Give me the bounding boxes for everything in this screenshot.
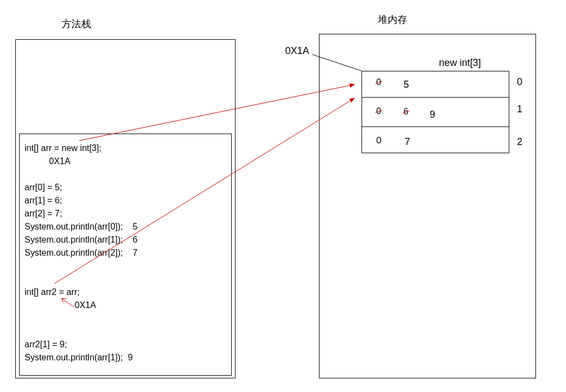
code-line-addr2: 0X1A [25,299,137,312]
heap-cell-2 [362,127,509,153]
code-line-arr2decl: int[] arr2 = arr; [25,286,137,299]
code-line-a2: arr[2] = 7; [25,207,137,220]
cell2-val: 7 [405,136,410,148]
array-decl-label: new int[3] [439,57,481,69]
code-line-a1: arr[1] = 6; [25,194,137,207]
stack-title: 方法栈 [62,17,91,31]
code-line-p3: System.out.println(arr[1]); 9 [25,351,137,364]
code-line-addr1: 0X1A [25,155,137,168]
cell0-index: 0 [517,76,522,88]
code-line-p1: System.out.println(arr[1]); 6 [25,233,137,246]
heap-title: 堆内存 [378,13,407,26]
heap-cell-0 [362,71,509,98]
cell2-old: 0 [376,135,381,146]
cell1-val: 9 [430,109,435,120]
cell1-old: 0 [376,106,381,116]
heap-cell-1 [362,98,509,127]
code-line-p2: System.out.println(arr[2]); 7 [25,246,137,260]
cell0-old: 0 [376,77,381,87]
cell2-index: 2 [517,136,522,148]
code-content: int[] arr = new int[3]; 0X1A arr[0] = 5;… [25,142,137,364]
code-line-decl: int[] arr = new int[3]; [25,142,137,155]
code-line-arr2assign: arr2[1] = 9; [25,338,137,351]
cell1-index: 1 [517,104,522,115]
code-line-a0: arr[0] = 5; [25,181,137,194]
heap-address-label: 0X1A [285,45,309,57]
code-line-p0: System.out.println(arr[0]); 5 [25,220,137,233]
cell1-mid: 6 [404,107,408,117]
cell0-val: 5 [404,79,409,91]
